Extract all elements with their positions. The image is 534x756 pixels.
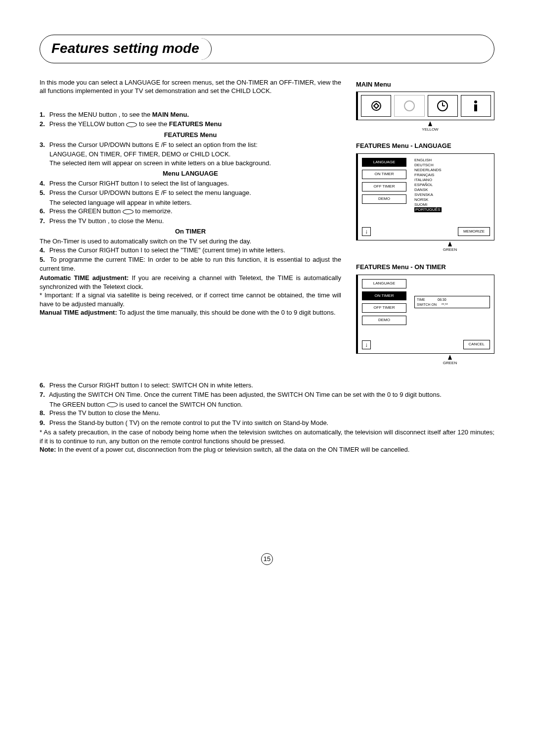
green-button-icon [123, 209, 134, 214]
step-text: To programme the current TIME: In order … [40, 256, 341, 272]
note-label: Note: [40, 446, 56, 453]
step-num: 5. [40, 255, 47, 264]
lang-espanol: ESPAÑOL [414, 183, 490, 188]
osd-timer-detail: TIME 08:30 SWITCH ON **:** [414, 279, 490, 325]
step-text: Press the MENU button , to see the [49, 111, 152, 118]
page-title: Features setting mode [51, 39, 199, 58]
main-menu-icon-clock [428, 95, 458, 117]
left-column: In this mode you can select a LANGUAGE f… [40, 78, 341, 376]
main-menu-figure [356, 92, 494, 120]
step-num: 7. [40, 390, 47, 399]
lang-svenska: SVENSKA [414, 192, 490, 197]
step-bold: MAIN Menu. [152, 111, 189, 118]
svg-point-1 [404, 101, 414, 111]
manual-time-para: Manual TIME adjustment: To adjust the ti… [40, 308, 341, 317]
green-label: GREEN [435, 247, 465, 253]
step-text: Press the Cursor RIGHT button I to selec… [49, 180, 229, 187]
lang-dansk: DANSK [414, 188, 490, 192]
green-arrow-indicator-1: GREEN [435, 241, 465, 253]
step-num: 5. [40, 189, 47, 197]
main-menu-icon-1 [361, 95, 391, 117]
main-menu-icon-info [461, 95, 491, 117]
step-num: 3. [40, 141, 47, 149]
features-timer-title: FEATURES Menu - ON TIMER [356, 263, 494, 272]
osd-item-ontimer: ON TIMER [362, 170, 406, 179]
osd-item-offtimer: OFF TIMER [362, 303, 406, 313]
down-arrow-icon: ↓ [362, 340, 371, 349]
green-arrow-indicator-2: GREEN [435, 355, 465, 366]
lang-english: ENGLISH [414, 158, 490, 163]
full-step-8: 8. Press the TV button to close the Menu… [40, 409, 494, 418]
osd-item-offtimer: OFF TIMER [362, 182, 406, 191]
step-text: Press the Cursor UP/DOWN buttons E /F to… [49, 141, 258, 148]
features-lang-title: FEATURES Menu - LANGUAGE [356, 142, 494, 150]
timer-step-4: 4. Press the Cursor RIGHT button I to se… [40, 246, 341, 255]
lang-portugues: PORTUGUÊS [414, 207, 442, 212]
step-num: 4. [40, 246, 47, 255]
cancel-button: CANCEL [463, 340, 490, 349]
lang-nederlands: NEDERLANDS [414, 168, 490, 173]
yellow-button-icon [126, 122, 137, 127]
arrow-up-icon [448, 241, 452, 246]
step-5: 5. Press the Cursor UP/DOWN buttons E /F… [40, 189, 341, 197]
full-step-6: 6. Press the Cursor RIGHT button I to se… [40, 381, 494, 390]
osd-item-demo: DEMO [362, 316, 406, 325]
two-column-layout: In this mode you can select a LANGUAGE f… [40, 78, 494, 376]
right-column: MAIN Menu YELLOW FEATURES Menu - LANGUAG… [356, 78, 494, 376]
step-text: to see the [137, 120, 169, 128]
step-num: 6. [40, 381, 47, 390]
manual-time-text: To adjust the time manually, this should… [117, 309, 336, 316]
osd-item-demo: DEMO [362, 194, 406, 204]
step-bold: FEATURES Menu [169, 120, 222, 128]
page-title-frame: Features setting mode [40, 35, 494, 63]
step-text: Adjusting the SWITCH ON Time. Once the c… [49, 391, 442, 398]
section-heading-features: FEATURES Menu [40, 131, 341, 140]
page-title-inner: Features setting mode [40, 38, 212, 60]
timer-detail-box: TIME 08:30 SWITCH ON **:** [414, 296, 490, 309]
step-text: Press the Stand-by button ( TV) on the r… [49, 419, 329, 426]
memorize-button: MEMORIZE [458, 227, 490, 236]
yellow-label: YELLOW [415, 127, 445, 133]
step-text: Press the Cursor RIGHT button I to selec… [49, 381, 253, 389]
note-text: In the event of a power cut, disconnecti… [56, 446, 409, 453]
page-number: 15 [40, 553, 494, 565]
intro-paragraph: In this mode you can select a LANGUAGE f… [40, 78, 341, 95]
step-7: 7. Press the TV button , to close the Me… [40, 217, 341, 226]
step-num: 2. [40, 120, 47, 129]
down-arrow-icon: ↓ [362, 227, 371, 236]
step-text: Press the Cursor RIGHT button I to selec… [49, 246, 285, 254]
svg-point-5 [474, 100, 477, 103]
lang-italiano: ITALIANO [414, 178, 490, 183]
osd-item-ontimer: ON TIMER [362, 291, 406, 301]
important-para: * Important: If a signal via satellite i… [40, 291, 341, 308]
osd-language-figure: LANGUAGE ON TIMER OFF TIMER DEMO ENGLISH… [356, 153, 494, 241]
step-3-line3: The selected item will appear on screen … [40, 159, 341, 168]
step-text: Press the GREEN button [49, 207, 123, 215]
yellow-arrow-indicator: YELLOW [415, 121, 445, 133]
step-5-line2: The selected language will appear in whi… [40, 198, 341, 207]
step-text: Press the TV button to close the Menu. [49, 409, 161, 417]
manual-time-label: Manual TIME adjustment: [40, 309, 117, 316]
main-menu-icon-2 [394, 95, 424, 117]
lang-suomi: SUOMI [414, 202, 490, 207]
lang-francais: FRANÇAIS [414, 173, 490, 178]
page-number-value: 15 [261, 553, 273, 565]
auto-time-para: Automatic TIME adjustment: If you are re… [40, 274, 341, 291]
step-4: 4. Press the Cursor RIGHT button I to se… [40, 179, 341, 188]
lang-norsk: NORSK [414, 197, 490, 202]
osd-ontimer-figure: LANGUAGE ON TIMER OFF TIMER DEMO TIME 08… [356, 275, 494, 354]
step-3-line2: LANGUAGE, ON TIMER, OFF TIMER, DEMO or C… [40, 150, 341, 159]
section-heading-ontimer: On TIMER [40, 227, 341, 236]
step-6: 6. Press the GREEN button to memorize. [40, 207, 341, 216]
lang-deutsch: DEUTSCH [414, 163, 490, 168]
arrow-up-icon [428, 121, 432, 126]
step-text: Press the Cursor UP/DOWN buttons E /F to… [49, 189, 251, 196]
svg-rect-6 [474, 104, 477, 111]
osd-item-language: LANGUAGE [362, 158, 406, 167]
main-menu-title: MAIN Menu [356, 80, 494, 89]
arrow-up-icon [448, 355, 452, 360]
step-num: 1. [40, 110, 47, 119]
step-2: 2. Press the YELLOW button to see the FE… [40, 120, 341, 129]
ontimer-intro: The On-Timer is used to automatically sw… [40, 237, 341, 246]
step-num: 7. [40, 217, 47, 226]
